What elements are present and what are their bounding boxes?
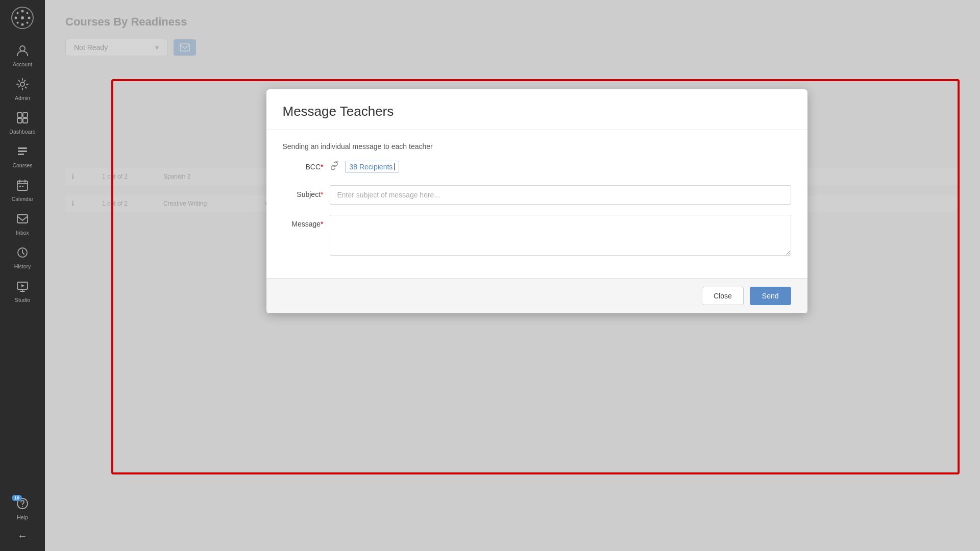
history-icon	[16, 246, 29, 261]
subject-label: Subject*	[283, 185, 324, 198]
sending-info-text: Sending an individual message to each te…	[283, 142, 791, 151]
svg-rect-18	[18, 154, 24, 155]
message-teachers-modal: Message Teachers Sending an individual m…	[266, 89, 807, 313]
svg-point-8	[17, 22, 19, 24]
svg-point-27	[22, 506, 23, 507]
svg-rect-13	[23, 113, 28, 117]
modal-footer: Close Send	[266, 278, 807, 313]
svg-point-5	[28, 17, 31, 19]
sidebar-item-admin-label: Admin	[15, 95, 30, 101]
app-logo[interactable]	[10, 5, 35, 31]
message-textarea[interactable]	[330, 215, 791, 256]
sidebar-back-button[interactable]: ←	[16, 525, 29, 546]
modal-title: Message Teachers	[283, 104, 791, 119]
sidebar-item-account[interactable]: Account	[0, 39, 45, 72]
sidebar-item-history[interactable]: History	[0, 241, 45, 274]
svg-point-10	[20, 46, 25, 51]
modal-body: Sending an individual message to each te…	[266, 130, 807, 278]
sidebar-item-studio[interactable]: Studio	[0, 274, 45, 308]
svg-point-7	[27, 12, 29, 14]
back-icon: ←	[17, 531, 28, 541]
svg-rect-12	[17, 113, 22, 117]
sidebar-item-dashboard-label: Dashboard	[9, 129, 35, 135]
calendar-icon	[16, 179, 29, 194]
sidebar-item-calendar[interactable]: Calendar	[0, 173, 45, 207]
recipients-tag[interactable]: 38 Recipients	[345, 161, 400, 173]
inbox-icon	[16, 212, 29, 228]
sidebar-item-dashboard[interactable]: Dashboard	[0, 106, 45, 140]
account-icon	[16, 44, 29, 59]
modal-header: Message Teachers	[266, 89, 807, 130]
svg-point-6	[17, 12, 19, 14]
studio-icon	[16, 280, 29, 295]
sidebar-item-inbox[interactable]: Inbox	[0, 207, 45, 241]
svg-rect-20	[19, 186, 21, 187]
sidebar-item-courses[interactable]: Courses	[0, 140, 45, 173]
svg-point-9	[27, 22, 29, 24]
cursor-bar	[394, 163, 395, 170]
svg-point-3	[21, 23, 24, 26]
sidebar-item-account-label: Account	[13, 61, 32, 67]
bcc-row: BCC* 38 Recipients	[283, 161, 791, 173]
sidebar: Account Admin Dashboard	[0, 0, 45, 551]
svg-rect-17	[18, 151, 27, 152]
subject-input[interactable]	[330, 185, 791, 205]
sidebar-item-help-label: Help	[17, 514, 28, 520]
close-button[interactable]: Close	[702, 287, 744, 305]
svg-point-1	[21, 16, 24, 19]
svg-rect-15	[23, 118, 28, 123]
sidebar-item-inbox-label: Inbox	[16, 230, 29, 236]
svg-marker-25	[21, 284, 24, 287]
svg-rect-21	[22, 186, 23, 187]
send-button[interactable]: Send	[750, 287, 791, 305]
sidebar-item-admin[interactable]: Admin	[0, 72, 45, 106]
help-badge: 10	[12, 495, 22, 501]
sidebar-item-courses-label: Courses	[12, 162, 32, 168]
svg-rect-22	[17, 215, 28, 223]
link-icon	[330, 161, 339, 173]
sidebar-item-studio-label: Studio	[15, 297, 30, 303]
message-row: Message*	[283, 215, 791, 256]
bcc-label: BCC*	[283, 163, 324, 171]
sidebar-item-help[interactable]: 10 Help	[16, 492, 29, 525]
recipients-link[interactable]: 38 Recipients	[350, 163, 393, 171]
svg-point-2	[21, 10, 24, 13]
svg-point-4	[15, 17, 17, 19]
modal-container: Message Teachers Sending an individual m…	[121, 89, 952, 467]
svg-rect-16	[18, 147, 27, 149]
sidebar-item-history-label: History	[14, 263, 31, 269]
courses-icon	[16, 145, 29, 160]
subject-row: Subject*	[283, 185, 791, 205]
dashboard-icon	[16, 111, 29, 127]
main-content: Courses By Readiness Not Ready ▾ ℹ 1 out…	[45, 0, 980, 551]
admin-icon	[16, 78, 29, 93]
svg-rect-14	[17, 118, 22, 123]
sidebar-item-calendar-label: Calendar	[12, 196, 34, 202]
message-label: Message*	[283, 215, 324, 228]
svg-point-11	[20, 82, 24, 86]
